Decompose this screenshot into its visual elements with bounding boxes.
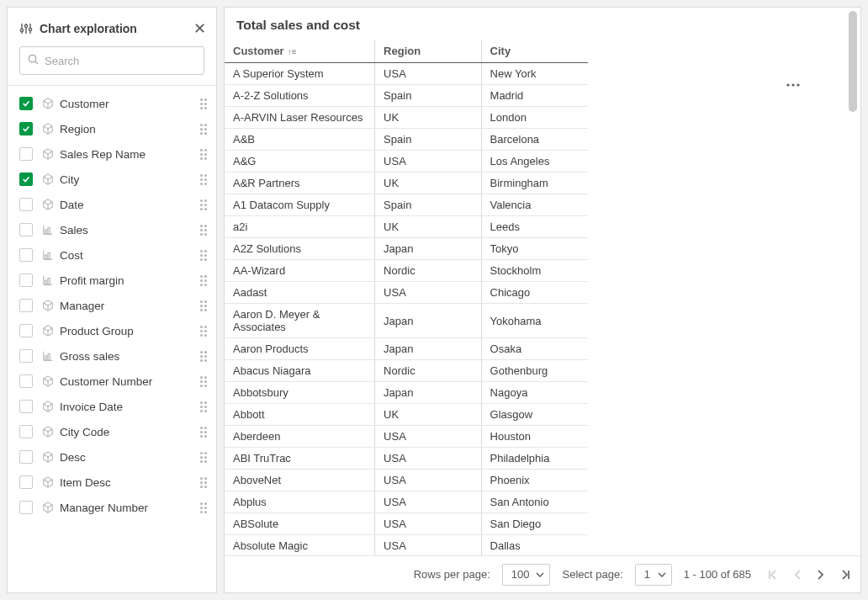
field-label: Manager [60, 300, 198, 312]
first-page-button[interactable] [768, 570, 778, 580]
field-checkbox[interactable] [19, 349, 33, 363]
field-checkbox[interactable] [19, 223, 33, 236]
cell-customer: A1 Datacom Supply [225, 194, 375, 216]
drag-handle-icon[interactable] [198, 477, 209, 488]
field-row[interactable]: Item Desc [14, 470, 211, 495]
column-header[interactable]: Customer↑≡ [225, 40, 375, 63]
table-row[interactable]: AadastUSAChicago [225, 282, 588, 304]
table-row[interactable]: AberdeenUSAHouston [225, 426, 588, 448]
field-checkbox[interactable] [19, 425, 33, 438]
column-label: Customer [233, 45, 284, 57]
field-row[interactable]: Cost [14, 242, 211, 268]
field-checkbox[interactable] [19, 97, 33, 110]
field-checkbox[interactable] [19, 147, 33, 161]
dimension-icon [41, 148, 55, 160]
search-input[interactable] [45, 55, 197, 67]
field-checkbox[interactable] [19, 173, 33, 186]
field-row[interactable]: Customer [14, 91, 211, 116]
field-checkbox[interactable] [19, 299, 33, 312]
rows-per-page-select[interactable]: 100 [502, 564, 551, 586]
table-row[interactable]: A&BSpainBarcelona [225, 129, 588, 151]
field-checkbox[interactable] [19, 273, 33, 287]
drag-handle-icon[interactable] [198, 250, 209, 261]
field-checkbox[interactable] [19, 122, 33, 135]
field-checkbox[interactable] [19, 248, 33, 262]
table-row[interactable]: AA-WizardNordicStockholm [225, 260, 588, 282]
table-row[interactable]: AbbotsburyJapanNagoya [225, 382, 588, 404]
field-row[interactable]: City [14, 167, 211, 192]
table-row[interactable]: A&GUSALos Angeles [225, 151, 588, 173]
drag-handle-icon[interactable] [198, 98, 209, 109]
scrollbar-track[interactable] [849, 11, 857, 552]
table-row[interactable]: Absolute MagicUSADallas [225, 535, 588, 556]
prev-page-button[interactable] [793, 570, 802, 580]
field-row[interactable]: Invoice Date [14, 394, 211, 419]
drag-handle-icon[interactable] [198, 199, 209, 210]
scrollbar-thumb[interactable] [849, 11, 857, 112]
dimension-icon [41, 451, 55, 463]
field-row[interactable]: Desc [14, 444, 211, 470]
close-icon[interactable]: ✕ [193, 19, 206, 38]
field-row[interactable]: Sales [14, 217, 211, 242]
last-page-button[interactable] [840, 570, 850, 580]
cell-region: Nordic [375, 360, 481, 382]
table-row[interactable]: AbbottUKGlasgow [225, 404, 588, 426]
drag-handle-icon[interactable] [198, 225, 209, 236]
field-label: Customer [60, 98, 198, 110]
search-box[interactable] [19, 46, 204, 75]
field-row[interactable]: Gross sales [14, 343, 211, 369]
drag-handle-icon[interactable] [198, 401, 209, 412]
field-row[interactable]: Manager Number [14, 495, 211, 520]
rows-per-page-label: Rows per page: [414, 568, 490, 581]
column-header[interactable]: City [482, 40, 588, 63]
drag-handle-icon[interactable] [198, 149, 209, 160]
table-row[interactable]: A2Z SolutionsJapanTokyo [225, 238, 588, 260]
drag-handle-icon[interactable] [198, 275, 209, 286]
field-row[interactable]: Region [14, 116, 211, 141]
table-row[interactable]: AbplusUSASan Antonio [225, 491, 588, 513]
table-row[interactable]: a2iUKLeeds [225, 216, 588, 238]
field-row[interactable]: Sales Rep Name [14, 141, 211, 167]
table-row[interactable]: AboveNetUSAPhoenix [225, 470, 588, 491]
column-header[interactable]: Region [375, 40, 481, 63]
table-row[interactable]: Abacus NiagaraNordicGothenburg [225, 360, 588, 382]
table-row[interactable]: A-ARVIN Laser ResourcesUKLondon [225, 107, 588, 129]
next-page-button[interactable] [817, 570, 825, 580]
table-row[interactable]: A1 Datacom SupplySpainValencia [225, 194, 588, 216]
field-row[interactable]: Product Group [14, 318, 211, 343]
drag-handle-icon[interactable] [198, 452, 209, 463]
dimension-icon [41, 173, 55, 185]
drag-handle-icon[interactable] [198, 376, 209, 387]
select-page-select[interactable]: 1 [635, 564, 672, 586]
drag-handle-icon[interactable] [198, 300, 209, 311]
table-row[interactable]: ABSoluteUSASan Diego [225, 513, 588, 535]
field-row[interactable]: City Code [14, 419, 211, 444]
table-row[interactable]: A Superior SystemUSANew York [225, 63, 588, 85]
field-row[interactable]: Customer Number [14, 369, 211, 394]
column-menu-icon[interactable] [786, 83, 800, 87]
table-row[interactable]: Aaron ProductsJapanOsaka [225, 338, 588, 360]
field-checkbox[interactable] [19, 400, 33, 413]
field-row[interactable]: Manager [14, 293, 211, 318]
table-row[interactable]: ABI TruTracUSAPhiladelphia [225, 448, 588, 470]
drag-handle-icon[interactable] [198, 351, 209, 362]
field-checkbox[interactable] [19, 501, 33, 514]
drag-handle-icon[interactable] [198, 174, 209, 185]
field-checkbox[interactable] [19, 475, 33, 489]
field-row[interactable]: Date [14, 192, 211, 217]
field-row[interactable]: Profit margin [14, 268, 211, 293]
field-checkbox[interactable] [19, 198, 33, 211]
cell-customer: A&R Partners [225, 173, 375, 194]
drag-handle-icon[interactable] [198, 427, 209, 438]
table-row[interactable]: A&R PartnersUKBirmingham [225, 173, 588, 194]
field-checkbox[interactable] [19, 450, 33, 464]
field-checkbox[interactable] [19, 324, 33, 337]
cell-customer: A&B [225, 129, 375, 151]
drag-handle-icon[interactable] [198, 502, 209, 513]
field-checkbox[interactable] [19, 374, 33, 388]
table-row[interactable]: Aaron D. Meyer & AssociatesJapanYokohama [225, 304, 588, 338]
drag-handle-icon[interactable] [198, 326, 209, 337]
field-label: Region [60, 123, 198, 135]
drag-handle-icon[interactable] [198, 124, 209, 135]
table-row[interactable]: A-2-Z SolutionsSpainMadrid [225, 85, 588, 107]
